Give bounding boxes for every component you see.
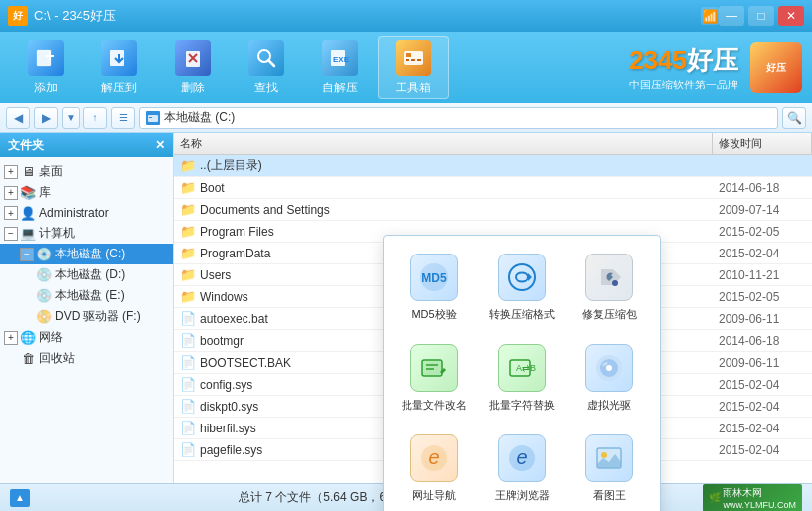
tools-label: 工具箱 (396, 80, 431, 96)
minimize-button[interactable]: — (719, 6, 744, 26)
title-text: C:\ - 2345好压 (34, 7, 697, 25)
sidebar-item-network[interactable]: + 🌐 网络 (0, 327, 173, 348)
tool-item-rename[interactable]: 批量文件改名 (396, 338, 473, 419)
col-header-date[interactable]: 修改时间 (713, 133, 812, 154)
nav-dropdown-button[interactable]: ▼ (62, 107, 80, 129)
up-button[interactable]: ↑ (83, 107, 107, 129)
tool-item-md5[interactable]: MD5 MD5校验 (396, 248, 473, 328)
drive-f-label: DVD 驱动器 (F:) (55, 308, 141, 325)
sidebar-item-admin[interactable]: + 👤 Administrator (0, 203, 173, 223)
expand-network[interactable]: + (4, 331, 18, 345)
computer-label: 计算机 (39, 225, 75, 242)
expand-library[interactable]: + (4, 186, 18, 200)
sidebar-item-drive-f[interactable]: 📀 DVD 驱动器 (F:) (0, 306, 173, 327)
sidebar-item-drive-c[interactable]: − 💿 本地磁盘 (C:) (0, 244, 173, 264)
selfextract-label: 自解压 (322, 80, 358, 96)
convert-label: 转换压缩格式 (489, 307, 555, 322)
watermark: 🌿 雨林木网 www.YLMFU.CoM (703, 484, 802, 512)
table-row[interactable]: 📁 Boot 2014-06-18 (174, 177, 812, 199)
expand-desktop[interactable]: + (4, 165, 18, 179)
status-info-button[interactable]: ▲ (10, 489, 30, 507)
net-icon: 📶 (701, 7, 719, 25)
selfextract-icon: EXE (322, 40, 358, 76)
tool-item-vdrive[interactable]: 虚拟光驱 (570, 338, 648, 419)
file-icon: 📁 (180, 267, 196, 283)
nav-search-button[interactable]: 🔍 (782, 107, 806, 129)
desktop-icon: 🖥 (20, 164, 36, 180)
extract-button[interactable]: 解压到 (83, 36, 155, 99)
extract-label: 解压到 (101, 80, 137, 96)
delete-label: 删除 (181, 80, 205, 96)
tool-item-kantu[interactable]: 看图王 (570, 428, 648, 509)
sidebar-item-drive-d[interactable]: 💿 本地磁盘 (D:) (0, 264, 173, 285)
expand-drive-c[interactable]: − (20, 248, 34, 261)
extract-icon (101, 40, 137, 76)
library-icon: 📚 (20, 185, 36, 201)
sidebar-item-recycle[interactable]: 🗑 回收站 (0, 348, 173, 369)
tool-item-convert[interactable]: 转换压缩格式 (483, 248, 561, 328)
file-date-cell: 2015-02-04 (713, 247, 812, 260)
brand-area: 2345好压 中国压缩软件第一品牌 (451, 43, 748, 92)
expand-computer[interactable]: − (4, 227, 18, 241)
file-icon: 📄 (180, 421, 196, 436)
navigate-label: 网址导航 (412, 488, 456, 503)
sidebar-tree[interactable]: + 🖥 桌面 + 📚 库 + 👤 Administrator − 💻 计算机 (0, 157, 173, 483)
drive-e-icon: 💿 (36, 288, 52, 304)
file-icon: 📄 (180, 442, 196, 458)
add-icon (28, 40, 64, 76)
navigate-icon: e (410, 434, 458, 482)
sidebar-item-drive-e[interactable]: 💿 本地磁盘 (E:) (0, 285, 173, 306)
add-button[interactable]: 添加 (10, 36, 81, 99)
app-icon: 好 (8, 6, 28, 26)
sidebar-item-library[interactable]: + 📚 库 (0, 182, 173, 203)
svg-line-10 (268, 60, 274, 66)
tools-button[interactable]: 工具箱 (378, 36, 449, 99)
maximize-button[interactable]: □ (748, 6, 774, 26)
tool-item-repair[interactable]: 修复压缩包 (570, 248, 648, 328)
table-row[interactable]: 📁 ..(上层目录) (174, 155, 812, 177)
forward-button[interactable]: ▶ (34, 107, 58, 129)
file-icon: 📄 (180, 311, 196, 327)
recycle-icon: 🗑 (20, 351, 36, 367)
file-list-header: 名称 修改时间 (174, 133, 812, 155)
tool-item-browser[interactable]: e 王牌浏览器 (483, 428, 561, 509)
file-icon: 📁 (180, 158, 196, 174)
col-header-name[interactable]: 名称 (174, 133, 713, 154)
desktop-label: 桌面 (39, 163, 63, 180)
replace-label: 批量字符替换 (489, 398, 555, 413)
file-date-cell: 2015-02-05 (713, 225, 812, 239)
delete-button[interactable]: 删除 (157, 36, 229, 99)
view-button[interactable]: ☰ (111, 107, 135, 129)
sidebar-item-computer[interactable]: − 💻 计算机 (0, 223, 173, 244)
path-text: 本地磁盘 (C:) (164, 109, 235, 126)
close-button[interactable]: ✕ (778, 6, 804, 26)
svg-rect-0 (37, 50, 51, 66)
repair-label: 修复压缩包 (582, 307, 637, 322)
svg-text:A⇄B: A⇄B (516, 363, 536, 373)
file-date-cell: 2014-06-18 (713, 334, 812, 348)
svg-text:e: e (428, 446, 439, 468)
sidebar-close-button[interactable]: ✕ (155, 138, 165, 152)
file-name-cell: 📁 Documents and Settings (174, 202, 713, 218)
file-date-cell: 2014-06-18 (713, 181, 812, 195)
brand-logo: 2345好压 (629, 43, 738, 78)
svg-rect-16 (411, 59, 415, 61)
tool-item-replace[interactable]: A⇄B 批量字符替换 (483, 338, 561, 419)
md5-icon: MD5 (410, 254, 458, 301)
table-row[interactable]: 📁 Documents and Settings 2009-07-14 (174, 199, 812, 221)
svg-rect-15 (406, 59, 409, 61)
back-button[interactable]: ◀ (6, 107, 30, 129)
sidebar-item-desktop[interactable]: + 🖥 桌面 (0, 161, 173, 182)
file-date-cell: 2015-02-04 (713, 400, 812, 414)
svg-text:e: e (516, 446, 527, 468)
tool-item-navigate[interactable]: e 网址导航 (396, 428, 473, 509)
kantu-icon (585, 434, 633, 482)
brand-tagline: 中国压缩软件第一品牌 (629, 78, 738, 92)
expand-admin[interactable]: + (4, 206, 18, 220)
file-name-cell: 📁 Boot (174, 180, 713, 196)
watermark-url: www.YLMFU.CoM (723, 500, 796, 510)
file-icon: 📁 (180, 202, 196, 218)
selfextract-button[interactable]: EXE 自解压 (304, 36, 376, 99)
search-button[interactable]: 查找 (231, 36, 302, 99)
nav-path[interactable]: 本地磁盘 (C:) (139, 107, 778, 129)
